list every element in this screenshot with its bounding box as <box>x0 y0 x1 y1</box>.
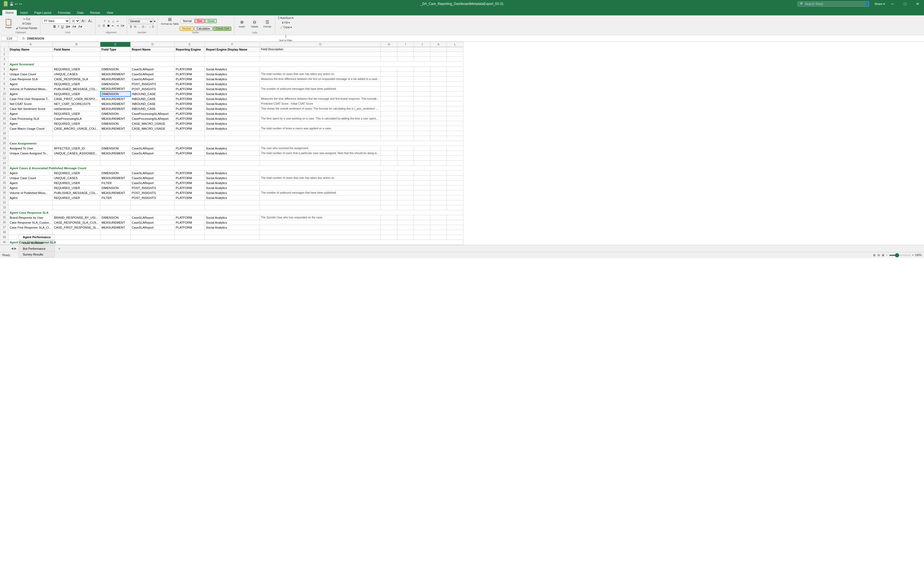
tab-data[interactable]: Data <box>74 10 87 15</box>
cell[interactable] <box>397 47 414 52</box>
cell[interactable] <box>205 230 260 235</box>
cut-button[interactable]: ✂ Cut <box>15 17 39 21</box>
cell[interactable] <box>430 92 447 97</box>
cell[interactable] <box>414 72 430 77</box>
cell[interactable]: PLATFORM <box>174 151 205 156</box>
cell[interactable] <box>430 200 447 205</box>
cell[interactable]: MEASUREMENT <box>100 176 131 181</box>
cell[interactable] <box>8 156 53 161</box>
cell[interactable]: PLATFORM <box>174 146 205 151</box>
col-header-d[interactable]: D <box>131 42 174 47</box>
cell[interactable]: Social Analytics <box>205 181 260 185</box>
cell[interactable] <box>414 190 430 195</box>
cell[interactable]: MEASUREMENT <box>100 116 131 121</box>
cell[interactable] <box>397 220 414 225</box>
cell[interactable] <box>447 161 464 166</box>
cell[interactable]: PLATFORM <box>174 195 205 200</box>
comma-btn[interactable]: , <box>138 25 140 29</box>
row-header[interactable]: 40 <box>0 240 8 245</box>
align-left-btn[interactable]: ⬡ <box>97 24 101 27</box>
row-header[interactable]: 10 <box>0 92 8 97</box>
cell[interactable] <box>414 102 430 106</box>
cell[interactable] <box>447 116 464 121</box>
cell[interactable] <box>414 126 430 131</box>
normal-style-badge[interactable]: Normal <box>180 19 194 23</box>
row-header[interactable]: 38 <box>0 230 8 235</box>
cell[interactable] <box>447 220 464 225</box>
bold-btn[interactable]: B <box>53 24 57 29</box>
cell[interactable]: Agent <box>8 111 53 116</box>
cell[interactable] <box>447 92 464 97</box>
col-header-h[interactable]: H <box>381 42 397 47</box>
cell[interactable]: Social Analytics <box>205 185 260 190</box>
cell[interactable] <box>414 156 430 161</box>
cell[interactable] <box>8 200 53 205</box>
cell[interactable]: Social Analytics <box>205 176 260 181</box>
cell[interactable]: Field Type <box>100 47 131 52</box>
cell[interactable] <box>414 151 430 156</box>
cell[interactable] <box>381 151 397 156</box>
cell[interactable] <box>447 126 464 131</box>
cell[interactable]: Social Analytics <box>205 220 260 225</box>
cell[interactable] <box>447 121 464 126</box>
cell[interactable]: Social Analytics <box>205 151 260 156</box>
cell[interactable] <box>447 230 464 235</box>
cell[interactable]: INBOUND_CASE <box>131 92 174 97</box>
cell[interactable] <box>447 136 464 141</box>
cell[interactable]: MEASUREMENT <box>100 151 131 156</box>
zoom-slider[interactable] <box>889 255 911 256</box>
percent-btn[interactable]: % <box>133 25 137 29</box>
cell[interactable] <box>260 52 381 57</box>
spreadsheet[interactable]: A B C D E F G H I J K L 1Display NameFie… <box>0 42 924 245</box>
cell[interactable] <box>381 106 397 111</box>
cell[interactable] <box>414 205 430 210</box>
cell[interactable] <box>414 57 430 62</box>
cell[interactable]: Brand Response by User <box>8 215 53 220</box>
cell[interactable]: CaseProcessingSLAReport <box>131 116 174 121</box>
row-header[interactable]: 22 <box>0 151 8 156</box>
cell[interactable] <box>260 156 381 161</box>
cell[interactable] <box>447 205 464 210</box>
cell[interactable] <box>397 195 414 200</box>
neutral-style-badge[interactable]: Neutral <box>179 27 193 31</box>
row-header[interactable]: 13 <box>0 106 8 111</box>
cell[interactable] <box>381 215 397 220</box>
cell[interactable]: CASE_MACRO_USAGE_COU... <box>53 126 100 131</box>
cell[interactable] <box>381 205 397 210</box>
cell[interactable]: MEASUREMENT <box>100 106 131 111</box>
cell[interactable] <box>381 235 397 240</box>
cell[interactable]: The Sprinklr User who has responded on t… <box>260 215 381 220</box>
cell[interactable]: MEASUREMENT <box>100 97 131 102</box>
cell[interactable] <box>430 106 447 111</box>
view-layout-btn[interactable]: ⊟ <box>877 254 880 256</box>
cell[interactable] <box>8 161 53 166</box>
cell[interactable] <box>381 47 397 52</box>
cell[interactable]: CaseSLAReport <box>131 215 174 220</box>
row-header[interactable]: 28 <box>0 181 8 185</box>
col-header-b[interactable]: B <box>53 42 100 47</box>
cell[interactable] <box>381 77 397 82</box>
cell[interactable]: CASE_MACRO_USAGE <box>131 126 174 131</box>
row-header[interactable]: 2 <box>0 52 8 57</box>
cell[interactable]: PLATFORM <box>174 121 205 126</box>
cell[interactable]: REQUIRED_USER <box>53 92 100 97</box>
cell[interactable] <box>447 111 464 116</box>
cell[interactable] <box>414 220 430 225</box>
row-header[interactable]: 32 <box>0 200 8 205</box>
cell[interactable] <box>131 131 174 136</box>
cell[interactable]: REQUIRED_USER <box>53 171 100 176</box>
cell[interactable] <box>447 200 464 205</box>
cell[interactable] <box>414 195 430 200</box>
cell[interactable] <box>447 176 464 181</box>
cell[interactable] <box>397 67 414 72</box>
cell[interactable] <box>414 235 430 240</box>
view-break-btn[interactable]: ⊠ <box>882 254 884 256</box>
cell[interactable] <box>381 136 397 141</box>
cell[interactable] <box>430 136 447 141</box>
cell[interactable]: Unique Case Count <box>8 176 53 181</box>
cell[interactable] <box>430 185 447 190</box>
cell[interactable] <box>53 200 100 205</box>
cell[interactable]: PLATFORM <box>174 190 205 195</box>
cell[interactable]: POST_INSIGHTS <box>131 195 174 200</box>
cell[interactable] <box>131 136 174 141</box>
